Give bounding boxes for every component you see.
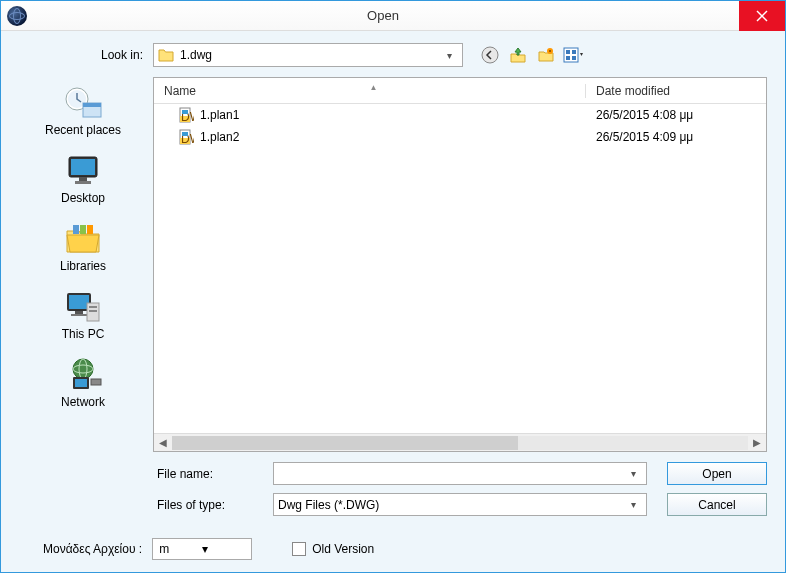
lookin-value: 1.dwg (180, 48, 440, 62)
titlebar: Open (1, 1, 785, 31)
filetype-label: Files of type: (153, 498, 273, 512)
svg-rect-32 (91, 379, 101, 385)
view-icon (563, 46, 585, 64)
sidebar-item-thispc[interactable]: This PC (13, 285, 153, 345)
svg-rect-21 (69, 295, 89, 309)
svg-rect-18 (80, 225, 86, 234)
scroll-right-icon[interactable]: ▶ (748, 437, 766, 448)
view-menu-button[interactable] (563, 44, 585, 66)
sort-indicator-icon: ▲ (370, 83, 378, 92)
network-icon (63, 357, 103, 393)
sidebar-item-libraries[interactable]: Libraries (13, 217, 153, 277)
desktop-icon (63, 153, 103, 189)
sidebar-item-label: Recent places (45, 123, 121, 137)
checkbox-box (292, 542, 306, 556)
up-icon (509, 46, 527, 64)
svg-rect-19 (87, 225, 93, 234)
close-icon (756, 10, 768, 22)
svg-rect-17 (73, 225, 79, 234)
sidebar-item-desktop[interactable]: Desktop (13, 149, 153, 209)
file-row[interactable]: DWG1.plan226/5/2015 4:09 μμ (154, 126, 766, 148)
lookin-label: Look in: (73, 48, 143, 62)
old-version-checkbox[interactable]: Old Version (292, 542, 374, 556)
sidebar-item-label: Desktop (61, 191, 105, 205)
column-name[interactable]: Name▲ (154, 84, 586, 98)
dwg-file-icon: DWG (178, 129, 194, 145)
sidebar-item-recent[interactable]: Recent places (13, 81, 153, 141)
chevron-down-icon: ▾ (624, 468, 642, 479)
dwg-file-icon: DWG (178, 107, 194, 123)
window-title: Open (27, 8, 739, 23)
places-sidebar: Recent places Desktop Libraries This PC … (13, 77, 153, 524)
svg-rect-25 (89, 306, 97, 308)
folder-icon (158, 48, 174, 62)
units-dropdown[interactable]: m▾ (152, 538, 252, 560)
sidebar-item-label: Libraries (60, 259, 106, 273)
scroll-thumb[interactable] (172, 436, 518, 450)
svg-rect-36 (182, 110, 188, 114)
scroll-track[interactable] (172, 436, 748, 450)
svg-rect-31 (75, 379, 87, 387)
thispc-icon (63, 289, 103, 325)
chevron-down-icon: ▾ (624, 499, 642, 510)
chevron-down-icon: ▾ (440, 50, 458, 61)
sidebar-item-label: This PC (62, 327, 105, 341)
open-button[interactable]: Open (667, 462, 767, 485)
chevron-down-icon: ▾ (202, 542, 245, 556)
svg-rect-12 (83, 103, 101, 107)
svg-rect-14 (71, 159, 95, 175)
column-date[interactable]: Date modified (586, 84, 766, 98)
svg-rect-6 (572, 50, 576, 54)
new-folder-button[interactable] (535, 44, 557, 66)
svg-point-27 (73, 359, 93, 379)
scroll-left-icon[interactable]: ◀ (154, 437, 172, 448)
up-button[interactable] (507, 44, 529, 66)
sidebar-item-label: Network (61, 395, 105, 409)
svg-rect-7 (566, 56, 570, 60)
back-icon (481, 46, 499, 64)
file-list: Name▲ Date modified DWG1.plan126/5/2015 … (153, 77, 767, 452)
svg-point-2 (482, 47, 498, 63)
svg-rect-23 (71, 314, 87, 316)
cancel-button[interactable]: Cancel (667, 493, 767, 516)
app-icon (7, 6, 27, 26)
svg-rect-22 (75, 311, 83, 314)
svg-rect-8 (572, 56, 576, 60)
filename-input[interactable]: ▾ (273, 462, 647, 485)
file-list-header: Name▲ Date modified (154, 78, 766, 104)
svg-rect-16 (75, 181, 91, 184)
file-date: 26/5/2015 4:09 μμ (586, 130, 766, 144)
new-folder-icon (537, 46, 555, 64)
file-date: 26/5/2015 4:08 μμ (586, 108, 766, 122)
old-version-label: Old Version (312, 542, 374, 556)
svg-rect-26 (89, 310, 97, 312)
back-button[interactable] (479, 44, 501, 66)
units-label: Μονάδες Αρχείου : (43, 542, 142, 556)
recent-places-icon (63, 85, 103, 121)
libraries-icon (63, 221, 103, 257)
file-name: 1.plan2 (200, 130, 586, 144)
filename-label: File name: (153, 467, 273, 481)
file-row[interactable]: DWG1.plan126/5/2015 4:08 μμ (154, 104, 766, 126)
file-name: 1.plan1 (200, 108, 586, 122)
filetype-dropdown[interactable]: Dwg Files (*.DWG)▾ (273, 493, 647, 516)
svg-rect-40 (182, 132, 188, 136)
close-button[interactable] (739, 1, 785, 31)
lookin-dropdown[interactable]: 1.dwg ▾ (153, 43, 463, 67)
sidebar-item-network[interactable]: Network (13, 353, 153, 413)
horizontal-scrollbar[interactable]: ◀ ▶ (154, 433, 766, 451)
svg-rect-5 (566, 50, 570, 54)
svg-rect-15 (79, 177, 87, 181)
